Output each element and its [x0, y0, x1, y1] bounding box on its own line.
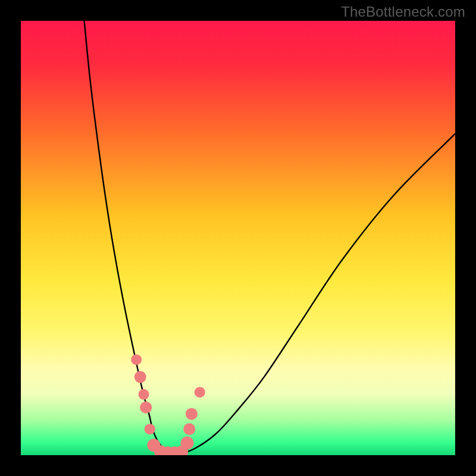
marker-dot — [134, 371, 146, 383]
marker-dot — [145, 424, 155, 434]
gradient-background — [21, 21, 455, 455]
chart-svg — [21, 21, 455, 455]
marker-dot — [183, 423, 195, 435]
marker-dot — [139, 389, 149, 400]
watermark-text: TheBottleneck.com — [341, 4, 465, 20]
marker-dot — [131, 354, 142, 365]
marker-dot — [140, 402, 152, 414]
marker-dot — [186, 408, 198, 420]
chart-container: TheBottleneck.com — [0, 0, 476, 476]
marker-dot — [181, 437, 194, 450]
marker-dot — [195, 387, 205, 397]
plot-area — [21, 21, 455, 455]
